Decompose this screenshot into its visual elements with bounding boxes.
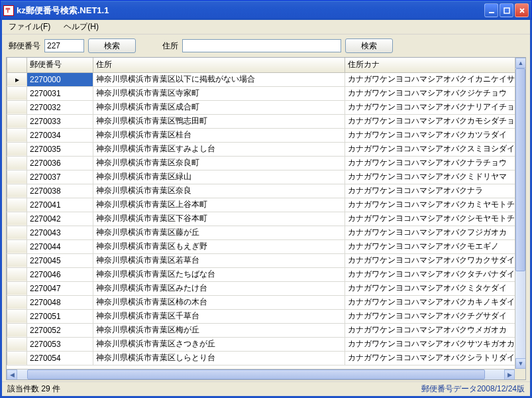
addr-input[interactable] <box>182 39 341 52</box>
cell-zip[interactable]: 2270046 <box>27 267 93 281</box>
cell-kana[interactable]: カナガワケンヨコハマシアオバクカミヤモトチョ <box>345 198 515 212</box>
row-selector[interactable] <box>7 267 27 281</box>
cell-addr[interactable]: 神奈川県横浜市青葉区すみよし台 <box>93 142 345 156</box>
scroll-up-icon[interactable]: ▲ <box>515 58 526 68</box>
cell-kana[interactable]: カナガワケンヨコハマシアオバクシラトリダイ <box>345 351 515 365</box>
scroll-right-icon[interactable]: ▶ <box>504 369 515 380</box>
row-selector[interactable] <box>7 142 27 156</box>
cell-kana[interactable]: カナガワケンヨコハマシアオバクモエギノ <box>345 239 515 253</box>
table-row[interactable]: 2270045神奈川県横浜市青葉区若草台カナガワケンヨコハマシアオバクワカクサダ… <box>7 253 515 267</box>
row-selector[interactable] <box>7 295 27 309</box>
row-selector[interactable] <box>7 309 27 323</box>
cell-zip[interactable]: 2270043 <box>27 226 93 239</box>
table-row[interactable]: 2270036神奈川県横浜市青葉区奈良町カナガワケンヨコハマシアオバクナラチョウ <box>7 156 515 170</box>
menu-help[interactable]: ヘルプ(H) <box>61 20 101 34</box>
cell-kana[interactable]: カナガワケンヨコハマシアオバクフジガオカ <box>345 226 515 239</box>
cell-kana[interactable]: カナガワケンヨコハマシアオバクナラ <box>345 184 515 198</box>
cell-zip[interactable]: 2270052 <box>27 323 93 337</box>
cell-zip[interactable]: 2270034 <box>27 128 93 142</box>
row-selector[interactable] <box>7 86 27 100</box>
row-selector[interactable] <box>7 253 27 267</box>
row-selector[interactable] <box>7 281 27 295</box>
table-row[interactable]: 2270053神奈川県横浜市青葉区さつきが丘カナガワケンヨコハマシアオバクサツキ… <box>7 337 515 351</box>
table-row[interactable]: 2270044神奈川県横浜市青葉区もえぎ野カナガワケンヨコハマシアオバクモエギノ <box>7 239 515 253</box>
row-selector[interactable] <box>7 114 27 128</box>
cell-addr[interactable]: 神奈川県横浜市青葉区しらとり台 <box>93 351 345 365</box>
row-selector[interactable] <box>7 156 27 170</box>
table-row[interactable]: ▸2270000神奈川県横浜市青葉区以下に掲載がない場合カナガワケンヨコハマシア… <box>7 72 515 86</box>
row-selector[interactable] <box>7 128 27 142</box>
menu-file[interactable]: ファイル(F) <box>6 20 53 34</box>
vertical-scroll-thumb[interactable] <box>515 68 525 271</box>
row-selector[interactable] <box>7 184 27 198</box>
table-row[interactable]: 2270037神奈川県横浜市青葉区緑山カナガワケンヨコハマシアオバクミドリヤマ <box>7 170 515 184</box>
maximize-button[interactable] <box>500 3 513 17</box>
cell-zip[interactable]: 2270031 <box>27 86 93 100</box>
cell-addr[interactable]: 神奈川県横浜市青葉区奈良 <box>93 184 345 198</box>
cell-kana[interactable]: カナガワケンヨコハマシアオバクミタケダイ <box>345 281 515 295</box>
cell-kana[interactable]: カナガワケンヨコハマシアオバクナラチョウ <box>345 156 515 170</box>
horizontal-scroll-thumb[interactable] <box>27 369 485 379</box>
cell-addr[interactable]: 神奈川県横浜市青葉区柿の木台 <box>93 295 345 309</box>
row-selector[interactable] <box>7 226 27 239</box>
table-row[interactable]: 2270052神奈川県横浜市青葉区梅が丘カナガワケンヨコハマシアオバクウメガオカ <box>7 323 515 337</box>
cell-addr[interactable]: 神奈川県横浜市青葉区寺家町 <box>93 86 345 100</box>
row-selector[interactable] <box>7 212 27 226</box>
cell-addr[interactable]: 神奈川県横浜市青葉区以下に掲載がない場合 <box>93 72 345 86</box>
search-zip-button[interactable]: 検索 <box>88 38 136 53</box>
col-header-addr[interactable]: 住所 <box>93 58 345 72</box>
cell-kana[interactable]: カナガワケンヨコハマシアオバクミドリヤマ <box>345 170 515 184</box>
cell-zip[interactable]: 2270042 <box>27 212 93 226</box>
row-selector[interactable] <box>7 170 27 184</box>
cell-zip[interactable]: 2270044 <box>27 239 93 253</box>
table-row[interactable]: 2270034神奈川県横浜市青葉区桂台カナガワケンヨコハマシアオバクカツラダイ <box>7 128 515 142</box>
table-row[interactable]: 2270051神奈川県横浜市青葉区千草台カナガワケンヨコハマシアオバクチグサダイ <box>7 309 515 323</box>
cell-addr[interactable]: 神奈川県横浜市青葉区千草台 <box>93 309 345 323</box>
table-row[interactable]: 2270048神奈川県横浜市青葉区柿の木台カナガワケンヨコハマシアオバクカキノキ… <box>7 295 515 309</box>
cell-zip[interactable]: 2270033 <box>27 114 93 128</box>
cell-addr[interactable]: 神奈川県横浜市青葉区緑山 <box>93 170 345 184</box>
cell-kana[interactable]: カナガワケンヨコハマシアオバクサツキガオカ <box>345 337 515 351</box>
table-row[interactable]: 2270031神奈川県横浜市青葉区寺家町カナガワケンヨコハマシアオバクジケチョウ <box>7 86 515 100</box>
cell-kana[interactable]: カナガワケンヨコハマシアオバクカキノキダイ <box>345 295 515 309</box>
row-selector[interactable] <box>7 323 27 337</box>
table-row[interactable]: 2270046神奈川県横浜市青葉区たちばな台カナガワケンヨコハマシアオバクタチバ… <box>7 267 515 281</box>
table-row[interactable]: 2270043神奈川県横浜市青葉区藤が丘カナガワケンヨコハマシアオバクフジガオカ <box>7 226 515 239</box>
cell-zip[interactable]: 2270000 <box>27 72 93 86</box>
cell-addr[interactable]: 神奈川県横浜市青葉区成合町 <box>93 100 345 114</box>
table-row[interactable]: 2270038神奈川県横浜市青葉区奈良カナガワケンヨコハマシアオバクナラ <box>7 184 515 198</box>
cell-zip[interactable]: 2270032 <box>27 100 93 114</box>
cell-addr[interactable]: 神奈川県横浜市青葉区みたけ台 <box>93 281 345 295</box>
cell-kana[interactable]: カナガワケンヨコハマシアオバクタチバナダイ <box>345 267 515 281</box>
zip-input[interactable] <box>44 39 84 52</box>
row-selector[interactable] <box>7 239 27 253</box>
cell-addr[interactable]: 神奈川県横浜市青葉区奈良町 <box>93 156 345 170</box>
cell-kana[interactable]: カナガワケンヨコハマシアオバクスミヨシダイ <box>345 142 515 156</box>
table-row[interactable]: 2270032神奈川県横浜市青葉区成合町カナガワケンヨコハマシアオバクナリアイチ… <box>7 100 515 114</box>
cell-zip[interactable]: 2270047 <box>27 281 93 295</box>
cell-zip[interactable]: 2270036 <box>27 156 93 170</box>
row-selector[interactable] <box>7 351 27 365</box>
cell-kana[interactable]: カナガワケンヨコハマシアオバクシモヤモトチョ <box>345 212 515 226</box>
cell-addr[interactable]: 神奈川県横浜市青葉区桂台 <box>93 128 345 142</box>
cell-addr[interactable]: 神奈川県横浜市青葉区さつきが丘 <box>93 337 345 351</box>
cell-addr[interactable]: 神奈川県横浜市青葉区梅が丘 <box>93 323 345 337</box>
vertical-scrollbar[interactable]: ▲ ▼ <box>515 58 525 369</box>
cell-zip[interactable]: 2270045 <box>27 253 93 267</box>
minimize-button[interactable] <box>484 3 498 17</box>
cell-addr[interactable]: 神奈川県横浜市青葉区もえぎ野 <box>93 239 345 253</box>
cell-zip[interactable]: 2270041 <box>27 198 93 212</box>
cell-addr[interactable]: 神奈川県横浜市青葉区下谷本町 <box>93 212 345 226</box>
cell-kana[interactable]: カナガワケンヨコハマシアオバクチグサダイ <box>345 309 515 323</box>
cell-addr[interactable]: 神奈川県横浜市青葉区たちばな台 <box>93 267 345 281</box>
cell-addr[interactable]: 神奈川県横浜市青葉区藤が丘 <box>93 226 345 239</box>
scroll-left-icon[interactable]: ◀ <box>7 369 17 380</box>
table-row[interactable]: 2270054神奈川県横浜市青葉区しらとり台カナガワケンヨコハマシアオバクシラト… <box>7 351 515 365</box>
search-addr-button[interactable]: 検索 <box>345 38 393 53</box>
row-selector[interactable]: ▸ <box>7 72 27 86</box>
row-selector[interactable] <box>7 337 27 351</box>
cell-zip[interactable]: 2270037 <box>27 170 93 184</box>
table-row[interactable]: 2270041神奈川県横浜市青葉区上谷本町カナガワケンヨコハマシアオバクカミヤモ… <box>7 198 515 212</box>
close-button[interactable] <box>515 3 529 17</box>
table-row[interactable]: 2270042神奈川県横浜市青葉区下谷本町カナガワケンヨコハマシアオバクシモヤモ… <box>7 212 515 226</box>
